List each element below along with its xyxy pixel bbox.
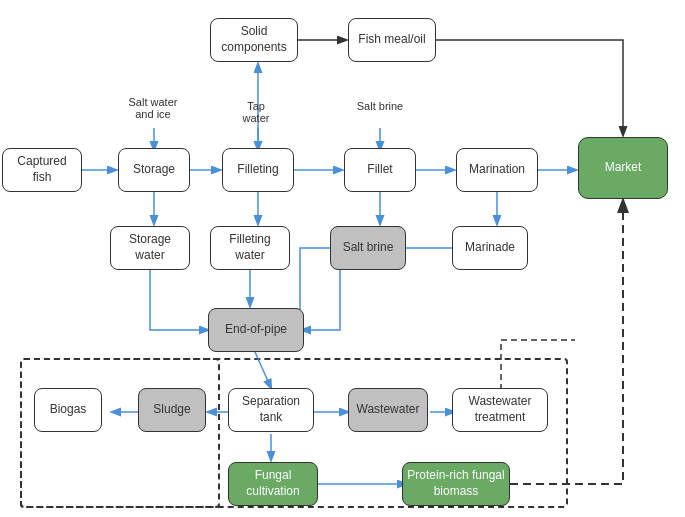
node-filleting: Filleting [222, 148, 294, 192]
node-protein-rich: Protein-rich fungal biomass [402, 462, 510, 506]
node-sludge: Sludge [138, 388, 206, 432]
node-end-of-pipe: End-of-pipe [208, 308, 304, 352]
svg-line-15 [255, 352, 271, 388]
node-storage: Storage [118, 148, 190, 192]
node-salt-brine: Salt brine [330, 226, 406, 270]
node-biogas: Biogas [34, 388, 102, 432]
node-market: Market [578, 137, 668, 199]
label-tap-water: Tapwater [228, 100, 284, 124]
node-filleting-water: Filleting water [210, 226, 290, 270]
node-solid-components: Solid components [210, 18, 298, 62]
node-fillet: Fillet [344, 148, 416, 192]
node-marinade: Marinade [452, 226, 528, 270]
node-wastewater: Wastewater [348, 388, 428, 432]
node-fungal-cultivation: Fungal cultivation [228, 462, 318, 506]
node-wastewater-treatment: Wastewater treatment [452, 388, 548, 432]
node-separation-tank: Separation tank [228, 388, 314, 432]
node-captured-fish: Captured fish [2, 148, 82, 192]
dashed-box-left [20, 358, 220, 508]
label-salt-water: Salt waterand ice [118, 96, 188, 120]
label-salt-brine: Salt brine [350, 100, 410, 112]
node-marination: Marination [456, 148, 538, 192]
node-fish-meal: Fish meal/oil [348, 18, 436, 62]
node-storage-water: Storage water [110, 226, 190, 270]
diagram: Salt waterand ice Tapwater Salt brine Ca… [0, 0, 685, 517]
